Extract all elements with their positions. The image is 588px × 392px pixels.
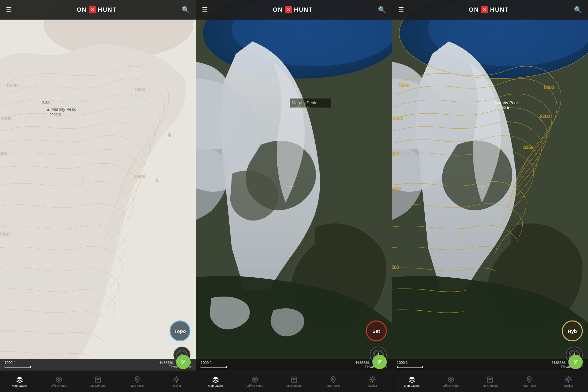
- map-layers-icon-topo: [16, 376, 23, 383]
- tab-map-layers-label-sat: Map Layers: [208, 384, 223, 388]
- tab-map-tools-sat[interactable]: Map Tools: [314, 376, 353, 388]
- scale-bar-sat: [201, 366, 227, 368]
- tab-map-tools-topo[interactable]: Map Tools: [118, 376, 157, 388]
- tab-bar-hyb: Map Layers Offline Maps My Content Map T…: [392, 371, 588, 392]
- map-tools-icon-hyb: [526, 376, 533, 383]
- tab-offline-maps-label-sat: Offline Maps: [247, 384, 263, 388]
- offline-maps-icon-sat: [251, 376, 258, 383]
- map-type-button-sat[interactable]: Sat: [366, 320, 387, 341]
- tab-tracker-label-topo: Tracker: [171, 384, 181, 388]
- tracker-icon-topo: [172, 376, 180, 383]
- menu-icon-topo[interactable]: ☰: [6, 6, 12, 14]
- search-icon-hyb[interactable]: 🔍: [574, 6, 582, 14]
- tab-offline-maps-hyb[interactable]: Offline Maps: [432, 376, 471, 388]
- menu-icon-hyb[interactable]: ☰: [398, 6, 404, 14]
- scale-label-sat: 1000 ft: [201, 361, 212, 365]
- tab-tracker-hyb[interactable]: Tracker: [549, 376, 588, 388]
- logo-on-sat: ON: [273, 7, 283, 13]
- scale-label-hyb: 1000 ft: [397, 361, 408, 365]
- map-tools-icon-sat: [330, 376, 337, 383]
- header-hyb: ☰ ON ✕ HUNT 🔍: [392, 0, 588, 20]
- svg-text:8358: 8358: [523, 145, 533, 150]
- logo-x-sat: ✕: [285, 6, 292, 13]
- tab-map-tools-hyb[interactable]: Map Tools: [510, 376, 549, 388]
- tab-map-layers-hyb[interactable]: Map Layers: [392, 376, 432, 388]
- map-type-label-hyb: Hyb: [568, 328, 577, 334]
- map-layers-icon-hyb: [408, 376, 416, 383]
- map-type-label-sat: Sat: [372, 328, 380, 334]
- logo-hunt-hyb: HUNT: [490, 7, 509, 13]
- hyb-map-svg: 8600 8600 8400 8200 8200 8358 8000 7600 …: [392, 0, 588, 372]
- tab-bar-sat: Map Layers Offline Maps My Content Map T…: [196, 371, 392, 392]
- panel-sat: ☰ ON ✕ HUNT 🔍: [196, 0, 392, 392]
- map-type-button-hyb[interactable]: Hyb: [562, 320, 583, 341]
- tab-my-content-label-sat: My Content: [286, 384, 302, 388]
- menu-icon-sat[interactable]: ☰: [202, 6, 208, 14]
- logo-on-topo: ON: [77, 7, 87, 13]
- tab-offline-maps-label-topo: Offline Maps: [51, 384, 67, 388]
- svg-text:8400: 8400: [135, 174, 145, 179]
- svg-text:8200: 8200: [540, 114, 550, 119]
- svg-text:9160: 9160: [42, 100, 50, 104]
- svg-point-97: [567, 378, 570, 380]
- svg-text:8200: 8200: [392, 151, 399, 156]
- tab-offline-maps-topo[interactable]: Offline Maps: [39, 376, 78, 388]
- tab-map-layers-sat[interactable]: Map Layers: [196, 376, 235, 388]
- tab-map-layers-topo[interactable]: Map Layers: [0, 376, 39, 388]
- svg-text:9222 ft: 9222 ft: [297, 106, 309, 110]
- map-layers-icon-sat: [212, 376, 219, 383]
- my-content-icon-topo: [94, 376, 102, 383]
- topo-map-svg: 8600 8400 8400 8 7460 8400 8600: [0, 0, 196, 372]
- logo-hunt-sat: HUNT: [294, 7, 313, 13]
- crosshair-topo: [78, 175, 86, 183]
- svg-point-96: [528, 378, 530, 380]
- logo-hyb: ON ✕ HUNT: [469, 6, 509, 13]
- svg-text:8600: 8600: [7, 82, 18, 88]
- tab-tracker-label-hyb: Tracker: [564, 384, 573, 388]
- tab-tracker-sat[interactable]: Tracker: [353, 376, 392, 388]
- tracker-icon-sat: [369, 376, 376, 383]
- svg-text:8400: 8400: [0, 151, 8, 156]
- tab-bar-topo: Map Layers Offline Maps My Content Map T…: [0, 371, 196, 392]
- my-content-icon-hyb: [486, 376, 494, 383]
- info-bar-topo: 1000 ft 44.88686, -115.24873 Elevation 7…: [0, 359, 196, 371]
- tab-my-content-sat[interactable]: My Content: [274, 376, 314, 388]
- search-icon-sat[interactable]: 🔍: [378, 6, 386, 14]
- temp-label-topo: 9°: [181, 359, 186, 365]
- temp-badge-hyb[interactable]: 9°: [568, 355, 583, 369]
- my-content-icon-sat: [290, 376, 298, 383]
- map-type-button-topo[interactable]: Topo: [170, 320, 190, 341]
- svg-point-33: [175, 378, 178, 380]
- svg-text:8400: 8400: [393, 116, 403, 121]
- header-sat: ☰ ON ✕ HUNT 🔍: [196, 0, 392, 20]
- map-topo: 8600 8400 8400 8 7460 8400 8600: [0, 0, 196, 372]
- tab-my-content-label-hyb: My Content: [482, 384, 498, 388]
- temp-badge-topo[interactable]: 9°: [176, 355, 190, 369]
- scale-bar-hyb: [397, 366, 423, 368]
- offline-maps-icon-hyb: [447, 376, 454, 383]
- svg-text:8400: 8400: [1, 115, 12, 121]
- tab-tracker-topo[interactable]: Tracker: [156, 376, 196, 388]
- panel-topo: ☰ ON ✕ HUNT 🔍: [0, 0, 196, 392]
- temp-badge-sat[interactable]: 9°: [372, 355, 387, 369]
- svg-text:Murphy Peak: Murphy Peak: [292, 101, 317, 105]
- temp-label-hyb: 9°: [573, 359, 578, 365]
- svg-point-60: [371, 378, 374, 380]
- svg-text:8600: 8600: [135, 87, 145, 92]
- tab-my-content-topo[interactable]: My Content: [78, 376, 118, 388]
- search-icon-topo[interactable]: 🔍: [182, 6, 190, 14]
- svg-text:8: 8: [168, 132, 171, 138]
- svg-text:7600: 7600: [392, 265, 399, 270]
- logo-hunt-topo: HUNT: [98, 7, 117, 13]
- svg-text:9222 ft: 9222 ft: [49, 113, 61, 117]
- tab-my-content-hyb[interactable]: My Content: [470, 376, 510, 388]
- tab-map-layers-label-topo: Map Layers: [12, 384, 27, 388]
- logo-on-hyb: ON: [469, 7, 479, 13]
- logo-x-hyb: ✕: [481, 6, 488, 13]
- tab-map-layers-label-hyb: Map Layers: [404, 384, 419, 388]
- tab-map-tools-label-sat: Map Tools: [326, 384, 340, 388]
- map-type-label-topo: Topo: [174, 328, 186, 334]
- crosshair-sat: [286, 182, 294, 190]
- svg-text:8000: 8000: [392, 186, 401, 191]
- tab-offline-maps-sat[interactable]: Offline Maps: [235, 376, 274, 388]
